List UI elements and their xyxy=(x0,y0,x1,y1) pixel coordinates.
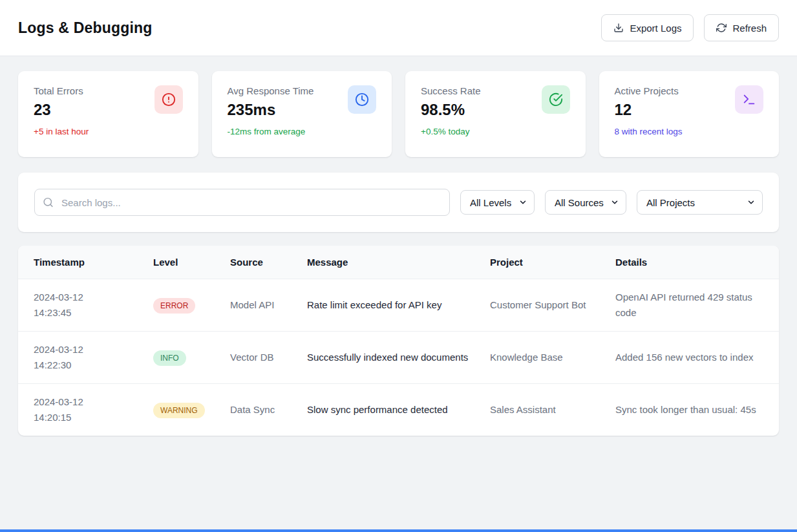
stat-card-avg-response-time: Avg Response Time 235ms -12ms from avera… xyxy=(212,71,392,157)
export-logs-label: Export Logs xyxy=(630,23,681,34)
level-filter-select[interactable]: All Levels xyxy=(460,190,535,215)
download-icon xyxy=(613,23,624,33)
log-source: Vector DB xyxy=(220,332,297,384)
check-circle-icon xyxy=(542,85,570,114)
stat-card-active-projects: Active Projects 12 8 with recent logs xyxy=(599,71,780,157)
log-message: Slow sync performance detected xyxy=(297,384,480,436)
stat-text-block: Avg Response Time 235ms -12ms from avera… xyxy=(228,85,314,143)
log-details: OpenAI API returned 429 status code xyxy=(605,279,779,332)
log-details: Added 156 new vectors to index xyxy=(605,332,779,384)
level-badge: WARNING xyxy=(153,403,205,418)
level-filter-wrap: All Levels xyxy=(460,190,535,215)
stat-value: 235ms xyxy=(228,101,314,119)
terminal-icon xyxy=(735,85,763,114)
export-logs-button[interactable]: Export Logs xyxy=(601,14,694,41)
log-details: Sync took longer than usual: 45s xyxy=(605,384,779,436)
search-box xyxy=(34,189,450,216)
stat-value: 12 xyxy=(615,101,683,119)
stat-subtext: 8 with recent logs xyxy=(615,127,683,136)
table-row: 2024-03-12 14:20:15 WARNING Data Sync Sl… xyxy=(18,384,779,436)
log-project: Knowledge Base xyxy=(480,332,605,384)
logs-table-card: Timestamp Level Source Message Project D… xyxy=(18,246,779,436)
filter-bar: All Levels All Sources All Projects xyxy=(18,173,779,232)
alert-circle-icon xyxy=(154,85,183,114)
log-message: Successfully indexed new documents xyxy=(297,332,480,384)
project-filter-wrap: All Projects xyxy=(637,190,763,215)
search-input[interactable] xyxy=(34,189,450,216)
stat-label: Total Errors xyxy=(34,85,89,96)
stat-subtext: -12ms from average xyxy=(228,127,314,136)
header-actions: Export Logs Refresh xyxy=(601,14,779,41)
column-header-source: Source xyxy=(220,246,297,279)
table-header-row: Timestamp Level Source Message Project D… xyxy=(18,246,779,279)
stat-card-total-errors: Total Errors 23 +5 in last hour xyxy=(18,71,198,157)
refresh-button[interactable]: Refresh xyxy=(704,14,779,41)
logs-table: Timestamp Level Source Message Project D… xyxy=(18,246,779,436)
column-header-project: Project xyxy=(480,246,605,279)
table-row: 2024-03-12 14:22:30 INFO Vector DB Succe… xyxy=(18,332,779,384)
log-level-cell: INFO xyxy=(143,332,220,384)
stat-label: Avg Response Time xyxy=(228,85,314,96)
stats-grid: Total Errors 23 +5 in last hour Avg Resp… xyxy=(18,71,779,157)
log-source: Data Sync xyxy=(220,384,297,436)
log-timestamp: 2024-03-12 14:22:30 xyxy=(18,332,143,384)
source-filter-wrap: All Sources xyxy=(545,190,626,215)
table-row: 2024-03-12 14:23:45 ERROR Model API Rate… xyxy=(18,279,779,332)
stat-label: Active Projects xyxy=(615,85,683,96)
search-icon xyxy=(43,197,54,208)
log-level-cell: ERROR xyxy=(143,279,220,332)
column-header-details: Details xyxy=(605,246,779,279)
refresh-label: Refresh xyxy=(732,23,767,34)
log-source: Model API xyxy=(220,279,297,332)
stat-label: Success Rate xyxy=(421,85,481,96)
stat-text-block: Success Rate 98.5% +0.5% today xyxy=(421,85,481,143)
log-project: Sales Assistant xyxy=(480,384,605,436)
column-header-message: Message xyxy=(297,246,480,279)
column-header-level: Level xyxy=(143,246,220,279)
stat-card-success-rate: Success Rate 98.5% +0.5% today xyxy=(405,71,586,157)
stat-value: 23 xyxy=(34,101,89,119)
log-project: Customer Support Bot xyxy=(480,279,605,332)
clock-icon xyxy=(348,85,376,114)
column-header-timestamp: Timestamp xyxy=(18,246,143,279)
log-timestamp: 2024-03-12 14:23:45 xyxy=(18,279,143,332)
page-title: Logs & Debugging xyxy=(18,19,153,37)
project-filter-select[interactable]: All Projects xyxy=(637,190,763,215)
page-header: Logs & Debugging Export Logs Refresh xyxy=(0,0,797,56)
log-message: Rate limit exceeded for API key xyxy=(297,279,480,332)
source-filter-select[interactable]: All Sources xyxy=(545,190,626,215)
stat-subtext: +0.5% today xyxy=(421,127,481,136)
main-content: Total Errors 23 +5 in last hour Avg Resp… xyxy=(0,56,797,436)
stat-text-block: Total Errors 23 +5 in last hour xyxy=(34,85,89,143)
stat-text-block: Active Projects 12 8 with recent logs xyxy=(615,85,683,143)
level-badge: ERROR xyxy=(153,298,195,314)
log-level-cell: WARNING xyxy=(143,384,220,436)
refresh-icon xyxy=(716,23,727,33)
stat-subtext: +5 in last hour xyxy=(34,127,89,136)
level-badge: INFO xyxy=(153,350,186,366)
stat-value: 98.5% xyxy=(421,101,481,119)
log-timestamp: 2024-03-12 14:20:15 xyxy=(18,384,143,436)
bottom-accent-bar xyxy=(0,529,797,532)
